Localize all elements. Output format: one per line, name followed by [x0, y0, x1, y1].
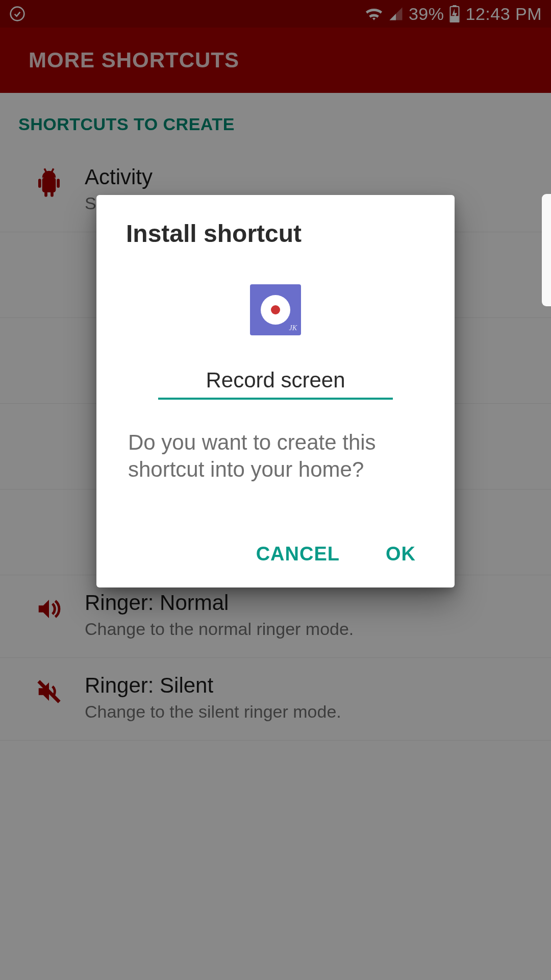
dialog-message: Do you want to create this shortcut into…	[126, 429, 425, 483]
cancel-button[interactable]: CANCEL	[251, 539, 345, 569]
install-shortcut-dialog: Install shortcut JK Do you want to creat…	[96, 195, 455, 587]
shortcut-icon: JK	[250, 284, 301, 335]
ok-button[interactable]: OK	[381, 539, 421, 569]
shortcut-name-input[interactable]	[158, 365, 393, 400]
dialog-title: Install shortcut	[126, 219, 425, 248]
screen: 39% 12:43 PM MORE SHORTCUTS SHORTCUTS TO…	[0, 0, 551, 980]
fast-scroll-thumb[interactable]	[542, 194, 551, 306]
dialog-actions: CANCEL OK	[126, 539, 425, 569]
modal-scrim[interactable]: Install shortcut JK Do you want to creat…	[0, 0, 551, 980]
